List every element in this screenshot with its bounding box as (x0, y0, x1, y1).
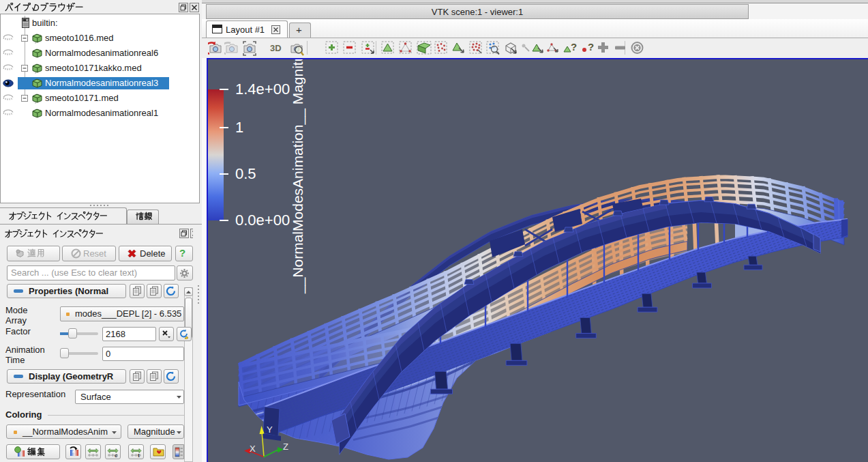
svg-text:Z: Z (283, 442, 288, 452)
svg-text:0.5: 0.5 (235, 165, 256, 182)
svg-text:2: 2 (72, 448, 76, 454)
svg-text:1: 1 (235, 119, 243, 136)
svg-text:?: ? (588, 41, 594, 53)
svg-text:__NormalModesAnimation__ Magni: __NormalModesAnimation__ Magnitude (290, 58, 306, 294)
svg-text:?: ? (571, 41, 577, 53)
svg-text:c: c (115, 452, 118, 457)
svg-text:Y: Y (267, 424, 273, 435)
svg-text:1.4e+00: 1.4e+00 (235, 81, 290, 98)
svg-text:X: X (250, 444, 256, 454)
svg-text:t: t (138, 452, 140, 457)
svg-text:0.0e+00: 0.0e+00 (235, 212, 290, 229)
